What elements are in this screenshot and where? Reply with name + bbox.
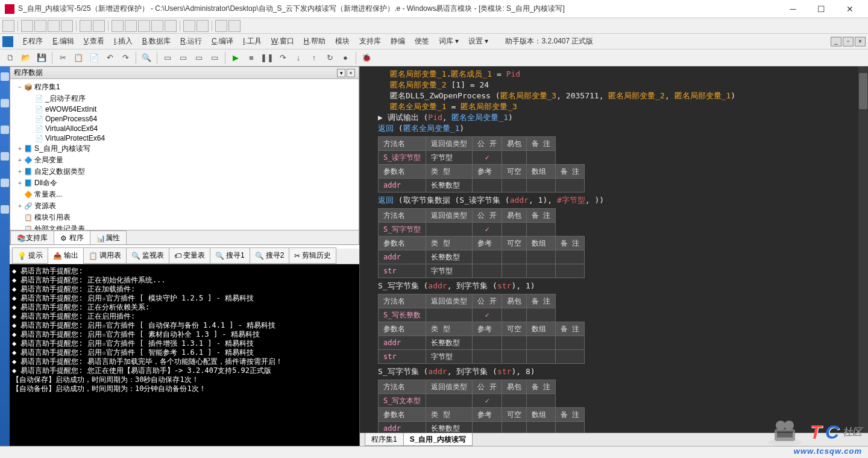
table-cell[interactable]: ✓ bbox=[473, 394, 502, 408]
table-cell[interactable] bbox=[473, 250, 502, 264]
menu-item[interactable]: H.帮助 bbox=[299, 35, 330, 47]
table-cell[interactable] bbox=[526, 151, 555, 165]
menu-item[interactable]: 设置 ▾ bbox=[464, 35, 493, 47]
window-icon[interactable]: ▭ bbox=[177, 51, 190, 65]
table-cell[interactable] bbox=[526, 336, 555, 350]
window-icon[interactable]: ▭ bbox=[192, 51, 206, 65]
activity-icon[interactable] bbox=[1, 179, 9, 187]
project-tree[interactable]: −📦程序集1📄_启动子程序📄eWOW64ExtInit📄OpenProcess6… bbox=[10, 79, 359, 230]
tb-btn[interactable] bbox=[112, 20, 124, 32]
table-cell[interactable]: 长整数型 bbox=[426, 336, 473, 350]
tb-btn[interactable] bbox=[197, 20, 209, 32]
tree-node[interactable]: −📦程序集1 bbox=[11, 81, 357, 93]
table-cell[interactable] bbox=[555, 179, 584, 192]
pause-icon[interactable]: ❚❚ bbox=[260, 51, 274, 65]
left-tab[interactable]: 📚支持库 bbox=[10, 231, 54, 244]
table-cell[interactable] bbox=[526, 264, 555, 278]
step-icon[interactable]: ↑ bbox=[307, 51, 321, 65]
table-cell[interactable] bbox=[555, 422, 584, 433]
tb-btn[interactable] bbox=[21, 20, 33, 32]
tb-btn[interactable] bbox=[151, 20, 163, 32]
scrollbar-thumb[interactable] bbox=[859, 73, 867, 109]
table-cell[interactable] bbox=[502, 308, 526, 322]
table-cell[interactable] bbox=[473, 264, 502, 278]
tb-btn[interactable] bbox=[138, 20, 150, 32]
tree-node[interactable]: +📘S_自用_内核读写 bbox=[11, 143, 357, 154]
table-cell[interactable] bbox=[555, 264, 584, 278]
window-icon[interactable]: ▭ bbox=[161, 51, 174, 65]
activity-icon[interactable] bbox=[1, 205, 9, 214]
breakpoint-icon[interactable]: ● bbox=[339, 51, 352, 65]
table-cell[interactable] bbox=[555, 350, 584, 364]
run-icon[interactable]: ▶ bbox=[229, 51, 242, 65]
tb-btn[interactable] bbox=[61, 20, 73, 32]
tree-node[interactable]: 🔶常量表... bbox=[11, 189, 357, 200]
table-cell[interactable] bbox=[555, 250, 584, 264]
menu-item[interactable]: R.运行 bbox=[175, 35, 207, 47]
table-cell[interactable] bbox=[502, 250, 526, 264]
tb-btn[interactable] bbox=[93, 20, 105, 32]
new-icon[interactable]: 🗋 bbox=[4, 51, 17, 65]
tree-node[interactable]: +📘自定义数据类型 bbox=[11, 166, 357, 177]
editor-tab[interactable]: 程序集1 bbox=[365, 433, 404, 446]
menu-item[interactable]: C.编译 bbox=[207, 35, 238, 47]
table-cell[interactable] bbox=[473, 422, 502, 433]
activity-icon[interactable] bbox=[1, 126, 9, 134]
left-tab[interactable]: ⚙程序 bbox=[54, 231, 90, 244]
table-cell[interactable] bbox=[526, 250, 555, 264]
table-cell[interactable] bbox=[502, 422, 526, 433]
table-cell[interactable] bbox=[473, 179, 502, 192]
tree-node[interactable]: +🔷全局变量 bbox=[11, 154, 357, 166]
table-cell[interactable]: 字节型 bbox=[426, 350, 473, 364]
tree-toggle[interactable]: + bbox=[16, 145, 24, 152]
table-cell[interactable]: S_写字节型 bbox=[379, 223, 426, 237]
step-icon[interactable]: ↻ bbox=[323, 51, 336, 65]
output-tab[interactable]: 📤输出 bbox=[48, 247, 84, 264]
tree-toggle[interactable]: + bbox=[16, 157, 24, 164]
table-cell[interactable]: str bbox=[379, 264, 426, 278]
table-cell[interactable] bbox=[502, 336, 526, 350]
left-tab[interactable]: 📊属性 bbox=[90, 231, 127, 244]
tool-icon[interactable]: 🐞 bbox=[360, 51, 373, 65]
table-cell[interactable]: addr bbox=[379, 336, 426, 350]
activity-icon[interactable] bbox=[1, 152, 9, 161]
table-cell[interactable] bbox=[555, 336, 584, 350]
table-cell[interactable]: ✓ bbox=[473, 151, 502, 165]
tb-btn[interactable] bbox=[80, 20, 92, 32]
output-tab[interactable]: 🔍搜寻1 bbox=[210, 247, 250, 264]
cut-icon[interactable]: ✂ bbox=[56, 51, 69, 65]
close-button[interactable]: ✕ bbox=[836, 1, 863, 17]
table-cell[interactable] bbox=[502, 394, 526, 408]
menu-item[interactable]: V.查看 bbox=[79, 35, 109, 47]
table-cell[interactable]: addr bbox=[379, 422, 426, 433]
tree-node[interactable]: 📋外部文件记录表 bbox=[11, 223, 357, 230]
tree-toggle[interactable]: + bbox=[16, 203, 24, 209]
table-cell[interactable] bbox=[526, 223, 555, 237]
table-cell[interactable] bbox=[526, 308, 555, 322]
tb-btn[interactable] bbox=[2, 20, 14, 32]
tb-btn[interactable] bbox=[48, 20, 60, 32]
table-cell[interactable] bbox=[526, 422, 555, 433]
editor-tab[interactable]: S_自用_内核读写 bbox=[403, 433, 473, 446]
copy-icon[interactable]: 📋 bbox=[72, 51, 85, 65]
menu-item[interactable]: E.编辑 bbox=[48, 35, 78, 47]
table-cell[interactable]: 长整数型 bbox=[426, 422, 473, 433]
open-icon[interactable]: 📂 bbox=[19, 51, 33, 65]
maximize-button[interactable]: ☐ bbox=[808, 1, 835, 17]
panel-pin-button[interactable]: ▾ bbox=[337, 69, 345, 77]
table-cell[interactable]: S_读字节型 bbox=[379, 151, 426, 165]
tb-btn[interactable] bbox=[165, 20, 177, 32]
tree-toggle[interactable]: + bbox=[16, 168, 24, 175]
table-cell[interactable] bbox=[473, 350, 502, 364]
menu-item[interactable]: I.插入 bbox=[109, 35, 137, 47]
table-cell[interactable]: addr bbox=[379, 250, 426, 264]
tree-node[interactable]: 📄OpenProcess64 bbox=[11, 114, 357, 124]
mdi-minimize-button[interactable]: _ bbox=[831, 37, 841, 46]
panel-close-button[interactable]: × bbox=[347, 69, 355, 77]
step-icon[interactable]: ↓ bbox=[292, 51, 305, 65]
table-cell[interactable] bbox=[526, 179, 555, 192]
stop-icon[interactable]: ■ bbox=[245, 51, 258, 65]
table-cell[interactable] bbox=[526, 350, 555, 364]
table-cell[interactable]: ✓ bbox=[473, 308, 502, 322]
output-tab[interactable]: 🔍监视表 bbox=[126, 247, 169, 264]
